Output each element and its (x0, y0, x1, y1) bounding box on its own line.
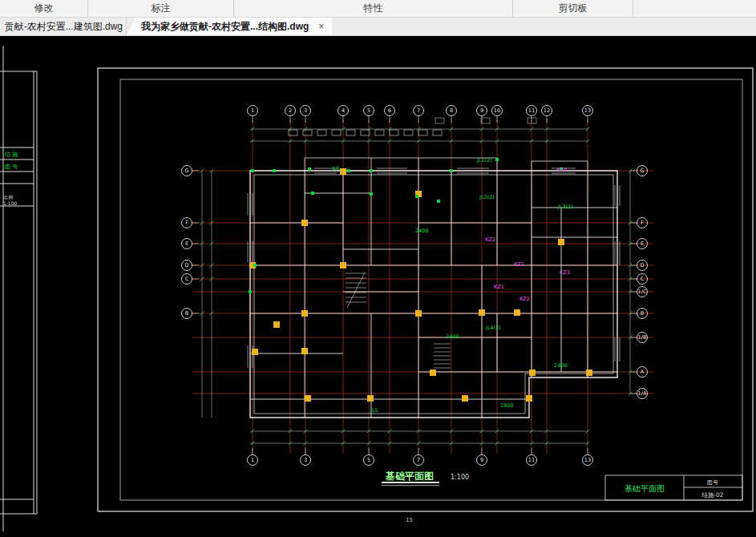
axis-bubble-label: 13 (584, 457, 591, 463)
axis-bubble-label: 7 (417, 457, 420, 463)
axis-bubble-label: 4 (342, 107, 345, 114)
axis-bubble-label: D (640, 262, 644, 268)
ribbon-panel-clipboard[interactable]: 剪切板 (513, 0, 633, 17)
node-marker (495, 158, 499, 161)
axis-bubble-label: 1/A (638, 390, 647, 397)
ribbon-panel-properties[interactable]: 特性 (234, 0, 513, 17)
ribbon-panel-annotate[interactable]: 标注 (88, 0, 234, 17)
title-block-label: 图号 (707, 479, 718, 486)
node-marker (450, 169, 453, 172)
node-marker (273, 169, 276, 172)
beam-label: 2400 (415, 228, 429, 234)
node-marker (370, 192, 373, 196)
column-marker (252, 349, 258, 355)
column-marker (415, 310, 422, 317)
tab-building-drawing[interactable]: 贡献-农村安置...建筑图.dwg (0, 18, 127, 35)
node-marker (249, 290, 252, 293)
beam-label: JL2(2) (479, 194, 495, 200)
ribbon-panel-modify[interactable]: 修改 (0, 0, 88, 17)
column-label: KZ3 (560, 269, 570, 276)
axis-bubble-label: 11 (528, 107, 535, 114)
axis-bubble-label: E (641, 240, 644, 247)
column-marker (367, 395, 374, 402)
column-label: KZ2 (485, 236, 495, 243)
file-tab-bar: 贡献-农村安置...建筑图.dwg 我为家乡做贡献-农村安置...结构图.dwg… (0, 18, 756, 36)
axis-bubble-label: G (184, 168, 188, 174)
node-marker (251, 169, 254, 172)
axis-bubble-label: 3 (304, 107, 307, 114)
left-sheet-scale-value: 1:100 (3, 200, 17, 206)
axis-bubble-label: 7 (417, 107, 420, 114)
column-marker (301, 348, 308, 354)
axis-bubble-label: 12 (544, 107, 550, 114)
left-sheet-row-label: 图 号 (5, 164, 18, 170)
axis-bubble-label: B (185, 310, 188, 317)
beam-label: 1800 (500, 402, 514, 409)
axis-bubble-label: 11 (528, 457, 535, 463)
node-marker (253, 264, 257, 267)
beam-label: JL6 (331, 165, 340, 172)
column-label: KZ4 (556, 167, 567, 173)
axis-bubble-label: 1 (251, 107, 254, 114)
node-marker (370, 169, 373, 172)
column-marker (558, 239, 564, 245)
beam-label: JL1(2) (476, 157, 492, 164)
axis-bubble-label: C (641, 276, 645, 282)
axis-bubble-label: B (641, 310, 644, 317)
axis-bubble-label: F (185, 220, 188, 226)
cad-canvas[interactable]: 基础平面图 图号 结施-02 1234567891011121313579111… (0, 36, 756, 537)
node-marker (311, 192, 314, 195)
axis-bubble-label: 13 (584, 107, 591, 114)
model-space[interactable]: 基础平面图 图号 结施-02 1234567891011121313579111… (0, 36, 756, 537)
node-marker (308, 168, 311, 171)
column-marker (340, 168, 346, 175)
column-marker (430, 369, 436, 376)
column-marker (340, 262, 346, 268)
left-sheet-row-label: 结 施 (5, 151, 18, 158)
axis-bubble-label: 8 (450, 107, 453, 114)
ribbon-panel-annotate-label: 标注 (152, 2, 171, 15)
axis-bubble-label: A (641, 369, 645, 375)
beam-label: 2400 (446, 333, 459, 340)
axis-bubble-label: 2 (289, 107, 292, 114)
tab-building-drawing-label: 贡献-农村安置...建筑图.dwg (5, 20, 123, 34)
beam-label: 2400 (554, 362, 568, 369)
ribbon-panel-spacer (633, 0, 756, 17)
node-marker (347, 169, 350, 172)
tab-structure-drawing-label: 我为家乡做贡献-农村安置...结构图.dwg (141, 20, 309, 34)
axis-bubble-label: 10 (494, 107, 500, 114)
column-marker (305, 395, 311, 402)
plan-title: 基础平面图 (385, 470, 434, 482)
column-label: KZ1 (494, 284, 504, 290)
ribbon-panel-titles: 修改 标注 特性 剪切板 (0, 0, 756, 18)
tab-structure-drawing[interactable]: 我为家乡做贡献-农村安置...结构图.dwg × (127, 18, 332, 35)
axis-bubble-label: 1/B (638, 334, 647, 341)
node-marker (437, 200, 440, 203)
axis-bubble-label: 9 (480, 107, 483, 114)
axis-bubble-label: 6 (388, 107, 391, 114)
ribbon-panel-clipboard-label: 剪切板 (559, 2, 588, 15)
axis-bubble-label: E (185, 240, 188, 247)
column-marker (462, 395, 468, 402)
axis-bubble-label: 3 (304, 457, 307, 463)
axis-bubble-label: D (184, 262, 188, 268)
title-block-number: 结施-02 (701, 491, 723, 499)
axis-bubble-label: 9 (480, 457, 483, 463)
column-marker (301, 220, 308, 226)
title-block-name: 基础平面图 (625, 484, 665, 493)
axis-bubble-label: G (640, 168, 644, 174)
ribbon-panel-modify-label: 修改 (34, 2, 54, 15)
axis-bubble-label: 1/C (638, 289, 647, 295)
axis-bubble-label: F (641, 220, 644, 226)
tab-close-icon[interactable]: × (318, 21, 324, 32)
left-sheet-scale-label: 比例 (3, 194, 13, 200)
column-marker (514, 309, 520, 316)
column-marker (479, 309, 485, 316)
axis-bubble-label: 1 (251, 457, 254, 463)
column-label: KZ2 (519, 296, 530, 302)
column-marker (586, 369, 592, 376)
axis-bubble-label: 5 (367, 457, 370, 463)
column-marker (529, 369, 536, 376)
column-marker (273, 321, 280, 328)
column-label: KZ1 (514, 261, 524, 268)
